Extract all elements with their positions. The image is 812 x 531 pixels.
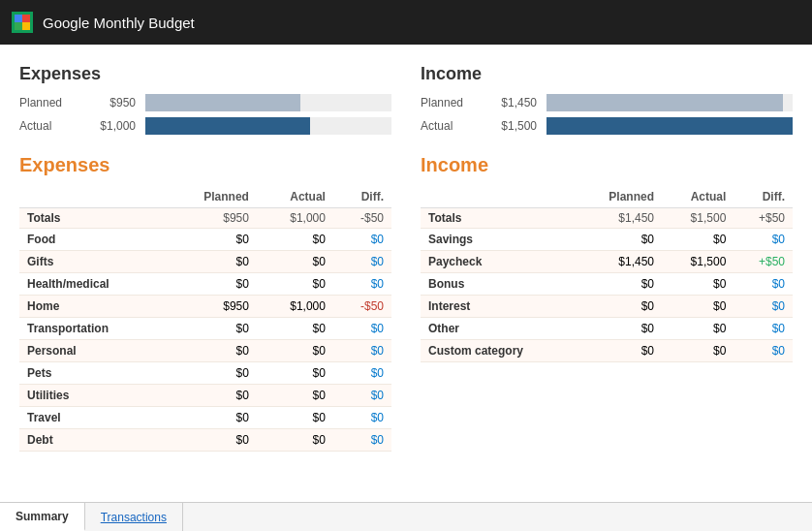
app-title: Google Monthly Budget: [43, 15, 195, 31]
tab-summary[interactable]: Summary: [0, 503, 85, 531]
table-row: Personal $0 $0 $0: [19, 340, 391, 362]
income-actual-row: Actual $1,500: [421, 117, 793, 135]
expenses-planned-value: $950: [82, 96, 136, 109]
income-col-actual: Actual: [662, 186, 734, 208]
income-planned-label: Planned: [421, 96, 474, 109]
row-diff: $0: [734, 296, 793, 318]
expenses-totals-row: Totals $950 $1,000 -$50: [19, 208, 391, 229]
row-label: Bonus: [421, 273, 577, 296]
income-table-section: Income Planned Actual Diff. Totals $1,45…: [421, 154, 793, 362]
expenses-col-category: [19, 186, 166, 208]
row-label: Debt: [19, 429, 166, 452]
row-label: Travel: [19, 407, 166, 429]
expenses-col-diff: Diff.: [333, 186, 391, 208]
income-table-header: Planned Actual Diff.: [421, 186, 793, 208]
row-actual: $0: [662, 229, 734, 251]
row-actual: $0: [257, 318, 333, 340]
expenses-col-planned: Planned: [166, 186, 257, 208]
expenses-section: Expenses Planned $950 Actual $1,000 Expe…: [19, 64, 391, 502]
income-actual-fill: [547, 117, 793, 135]
row-planned: $0: [166, 251, 257, 273]
table-row: Other $0 $0 $0: [421, 318, 793, 340]
row-planned: $0: [166, 318, 257, 340]
row-actual: $0: [257, 407, 333, 429]
row-actual: $0: [257, 340, 333, 362]
row-label: Savings: [421, 229, 577, 251]
income-totals-actual: $1,500: [662, 208, 734, 229]
row-planned: $0: [166, 385, 257, 407]
expenses-totals-diff: -$50: [333, 208, 391, 229]
row-diff: $0: [734, 273, 793, 296]
row-planned: $0: [577, 229, 662, 251]
row-planned: $0: [166, 340, 257, 362]
income-totals-planned: $1,450: [577, 208, 662, 229]
expenses-totals-actual: $1,000: [257, 208, 333, 229]
svg-rect-1: [22, 15, 30, 22]
expenses-actual-row: Actual $1,000: [19, 117, 391, 135]
row-actual: $0: [662, 318, 734, 340]
income-totals-diff: +$50: [734, 208, 793, 229]
income-actual-bar: [547, 117, 793, 135]
tab-transactions[interactable]: Transactions: [85, 503, 183, 531]
row-planned: $0: [166, 362, 257, 385]
row-label: Home: [19, 296, 166, 318]
row-diff: $0: [734, 340, 793, 362]
income-planned-fill: [547, 94, 783, 111]
row-planned: $0: [577, 296, 662, 318]
row-planned: $0: [166, 429, 257, 452]
row-diff: $0: [333, 318, 391, 340]
expenses-col-actual: Actual: [257, 186, 333, 208]
expenses-summary: Expenses Planned $950 Actual $1,000: [19, 64, 391, 135]
income-actual-value: $1,500: [484, 119, 537, 133]
table-row: Travel $0 $0 $0: [19, 407, 391, 429]
expenses-table: Planned Actual Diff. Totals $950 $1,000 …: [19, 186, 391, 452]
row-diff: $0: [333, 385, 391, 407]
income-totals-row: Totals $1,450 $1,500 +$50: [421, 208, 793, 229]
row-planned: $0: [577, 318, 662, 340]
table-row: Gifts $0 $0 $0: [19, 251, 391, 273]
expenses-planned-row: Planned $950: [19, 94, 391, 111]
income-planned-bar: [547, 94, 793, 111]
row-actual: $0: [257, 385, 333, 407]
expenses-planned-bar: [145, 94, 391, 111]
row-planned: $0: [166, 407, 257, 429]
table-row: Transportation $0 $0 $0: [19, 318, 391, 340]
income-summary: Income Planned $1,450 Actual $1,500: [421, 64, 793, 135]
income-col-planned: Planned: [577, 186, 662, 208]
row-diff: $0: [333, 251, 391, 273]
expenses-planned-label: Planned: [19, 96, 73, 109]
income-summary-heading: Income: [421, 64, 793, 84]
row-planned: $1,450: [577, 251, 662, 273]
income-actual-label: Actual: [421, 119, 474, 133]
income-table: Planned Actual Diff. Totals $1,450 $1,50…: [421, 186, 793, 362]
table-row: Debt $0 $0 $0: [19, 429, 391, 452]
expenses-actual-label: Actual: [19, 119, 73, 133]
row-diff: $0: [333, 407, 391, 429]
row-actual: $0: [257, 362, 333, 385]
row-actual: $0: [662, 273, 734, 296]
row-diff: $0: [333, 362, 391, 385]
row-planned: $0: [166, 273, 257, 296]
row-label: Personal: [19, 340, 166, 362]
expenses-table-section: Expenses Planned Actual Diff. Totals $95…: [19, 154, 391, 452]
income-table-heading: Income: [421, 154, 793, 176]
row-actual: $0: [257, 251, 333, 273]
row-actual: $0: [662, 340, 734, 362]
row-label: Interest: [421, 296, 577, 318]
expenses-summary-heading: Expenses: [19, 64, 391, 84]
row-label: Pets: [19, 362, 166, 385]
row-label: Paycheck: [421, 251, 577, 273]
row-diff: $0: [734, 229, 793, 251]
table-row: Food $0 $0 $0: [19, 229, 391, 251]
row-actual: $1,500: [662, 251, 734, 273]
tab-bar: Summary Transactions: [0, 502, 812, 531]
income-totals-label: Totals: [421, 208, 577, 229]
expenses-totals-planned: $950: [166, 208, 257, 229]
expenses-actual-bar: [145, 117, 391, 135]
row-planned: $0: [577, 340, 662, 362]
table-row: Interest $0 $0 $0: [421, 296, 793, 318]
expenses-actual-fill: [145, 117, 310, 135]
row-actual: $0: [257, 229, 333, 251]
app-icon: [12, 12, 33, 33]
row-label: Custom category: [421, 340, 577, 362]
